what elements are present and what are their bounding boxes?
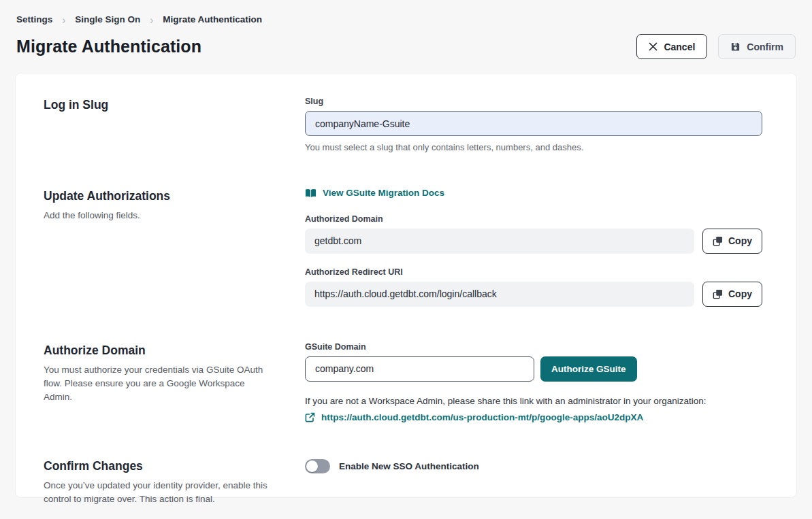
section-desc-authorize-domain: You must authorize your credentials via … [44, 363, 268, 404]
book-icon [305, 188, 316, 198]
settings-card: Log in Slug Slug You must select a slug … [15, 73, 797, 498]
header-actions: Cancel Confirm [636, 34, 796, 59]
copy-button-label: Copy [728, 235, 752, 246]
breadcrumb-item-settings[interactable]: Settings [16, 14, 52, 24]
enable-sso-toggle-label: Enable New SSO Authentication [339, 461, 479, 471]
redirect-uri-value[interactable]: https://auth.cloud.getdbt.com/login/call… [305, 282, 694, 307]
chevron-right-icon: › [150, 13, 153, 27]
redirect-uri-label: Authorized Redirect URI [305, 267, 762, 277]
slug-field-label: Slug [305, 97, 762, 106]
section-heading-update-authorizations: Update Authorizations [44, 189, 285, 203]
slug-helper-text: You must select a slug that only contain… [305, 142, 762, 152]
save-icon [730, 41, 741, 52]
page-header: Settings › Single Sign On › Migrate Auth… [0, 0, 812, 59]
section-heading-login-slug: Log in Slug [44, 98, 285, 112]
section-desc-confirm-changes: Once you’ve updated your identity provid… [44, 479, 268, 506]
breadcrumb: Settings › Single Sign On › Migrate Auth… [16, 14, 796, 25]
breadcrumb-item-single-sign-on[interactable]: Single Sign On [75, 14, 140, 24]
copy-redirect-uri-button[interactable]: Copy [702, 282, 762, 307]
gsuite-migration-docs-link[interactable]: View GSuite Migration Docs [305, 188, 444, 198]
section-login-slug: Log in Slug Slug You must select a slug … [44, 97, 762, 152]
migrate-authentication-page: Settings › Single Sign On › Migrate Auth… [0, 0, 812, 519]
gsuite-migration-docs-link-label: View GSuite Migration Docs [323, 188, 444, 198]
section-confirm-changes: Confirm Changes Once you’ve updated your… [44, 458, 762, 506]
gsuite-domain-input[interactable] [305, 356, 534, 382]
confirm-button-label: Confirm [747, 41, 783, 52]
cancel-button-label: Cancel [664, 41, 695, 52]
gsuite-domain-label: GSuite Domain [305, 342, 762, 352]
copy-icon [713, 289, 723, 299]
copy-icon [713, 236, 723, 246]
copy-button-label: Copy [728, 288, 752, 299]
authorized-domain-value[interactable]: getdbt.com [305, 229, 694, 254]
section-heading-authorize-domain: Authorize Domain [44, 344, 285, 358]
page-title: Migrate Authentication [16, 37, 201, 56]
section-desc-update-authorizations: Add the following fields. [44, 209, 268, 222]
confirm-button[interactable]: Confirm [718, 34, 796, 59]
authorized-domain-label: Authorized Domain [305, 214, 762, 224]
slug-input[interactable] [305, 111, 762, 136]
section-authorize-domain: Authorize Domain You must authorize your… [44, 342, 762, 422]
toggle-knob [306, 461, 318, 472]
close-icon [649, 42, 657, 51]
cancel-button[interactable]: Cancel [636, 34, 707, 59]
chevron-right-icon: › [62, 13, 65, 27]
breadcrumb-item-migrate-authentication: Migrate Authentication [163, 14, 262, 24]
section-update-authorizations: Update Authorizations Add the following … [44, 188, 762, 307]
authorization-share-link[interactable]: https://auth.cloud.getdbt.com/us-product… [321, 412, 643, 422]
authorize-gsuite-button[interactable]: Authorize GSuite [540, 356, 637, 382]
section-heading-confirm-changes: Confirm Changes [44, 459, 285, 473]
enable-sso-toggle[interactable] [305, 459, 330, 473]
workspace-admin-note: If you are not a Workspace Admin, please… [305, 396, 762, 406]
copy-authorized-domain-button[interactable]: Copy [702, 229, 762, 254]
external-link-icon [305, 412, 315, 422]
